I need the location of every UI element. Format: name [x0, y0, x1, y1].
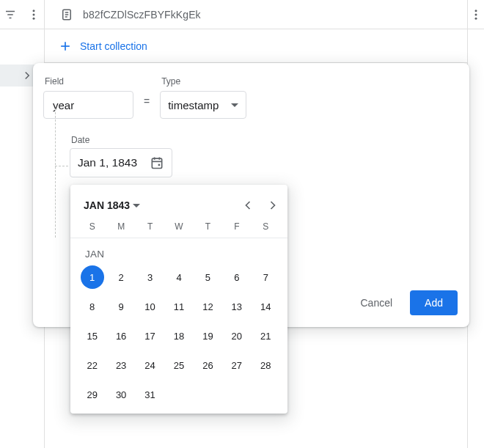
chevron-left-icon	[241, 198, 255, 213]
calendar-day[interactable]: 13	[222, 295, 251, 318]
calendar-day[interactable]: 23	[106, 353, 135, 377]
calendar-day[interactable]: 31	[136, 383, 164, 406]
subheader-row: Start collection	[0, 29, 484, 63]
plus-icon	[58, 39, 73, 54]
calendar-dow: S	[78, 221, 106, 232]
svg-point-12	[475, 17, 477, 19]
calendar-day[interactable]: 1	[81, 265, 104, 289]
calendar-day[interactable]: 6	[222, 265, 251, 289]
calendar-day[interactable]: 5	[194, 265, 222, 289]
calendar-day[interactable]: 20	[222, 324, 251, 348]
svg-point-3	[33, 10, 35, 12]
type-label: Type	[160, 76, 246, 87]
field-name-input[interactable]	[43, 91, 133, 119]
kebab-icon[interactable]	[468, 6, 484, 23]
breadcrumb-toggle[interactable]	[0, 65, 37, 87]
date-label: Date	[70, 135, 89, 145]
calendar-day[interactable]: 24	[136, 353, 164, 377]
calendar-day[interactable]: 15	[78, 324, 106, 348]
calendar-month-select[interactable]: JAN 1843	[84, 199, 140, 211]
kebab-icon[interactable]	[25, 6, 43, 23]
calendar-day[interactable]: 12	[194, 295, 222, 318]
calendar-popup: JAN 1843 SMTWTFS JAN 1234567891011121314…	[70, 185, 287, 414]
calendar-day[interactable]: 30	[106, 383, 135, 406]
next-month-button[interactable]	[264, 197, 282, 214]
cancel-button[interactable]: Cancel	[353, 291, 400, 315]
document-icon	[58, 6, 76, 23]
calendar-day[interactable]: 21	[252, 324, 280, 348]
filter-icon[interactable]	[1, 6, 19, 23]
calendar-day[interactable]: 17	[136, 324, 164, 348]
calendar-day[interactable]: 9	[106, 295, 135, 318]
calendar-day[interactable]: 18	[164, 324, 193, 348]
calendar-day[interactable]: 22	[78, 353, 106, 377]
calendar-days-grid: 1234567891011121314151617181920212223242…	[70, 262, 287, 406]
svg-rect-15	[152, 158, 161, 168]
start-collection-button[interactable]: Start collection	[58, 39, 147, 54]
calendar-dow: T	[194, 221, 222, 232]
calendar-dow: F	[222, 221, 251, 232]
svg-point-11	[475, 13, 477, 15]
dropdown-arrow-icon	[133, 204, 140, 208]
calendar-day[interactable]: 10	[136, 295, 164, 318]
svg-point-10	[475, 10, 477, 12]
calendar-title: JAN 1843	[84, 199, 130, 211]
calendar-day[interactable]: 25	[164, 353, 193, 377]
document-id: b82fCZDlSczFBYFkKgEk	[83, 9, 201, 21]
chevron-right-icon	[21, 69, 34, 82]
calendar-day[interactable]: 26	[194, 353, 222, 377]
calendar-day[interactable]: 19	[194, 324, 222, 348]
type-select-value: timestamp	[168, 99, 219, 111]
left-tools	[0, 6, 44, 23]
date-input[interactable]: Jan 1, 1843	[70, 148, 172, 177]
calendar-dow-row: SMTWTFS	[70, 219, 287, 238]
prev-month-button[interactable]	[239, 197, 257, 214]
svg-point-4	[33, 13, 35, 15]
field-label: Field	[43, 76, 133, 87]
equals-sign: =	[142, 95, 151, 107]
calendar-dow: M	[106, 221, 135, 232]
doc-header: b82fCZDlSczFBYFkKgEk	[44, 0, 468, 29]
dropdown-arrow-icon	[231, 103, 238, 107]
calendar-day[interactable]: 16	[106, 324, 135, 348]
calendar-day[interactable]: 2	[106, 265, 135, 289]
svg-point-5	[33, 17, 35, 19]
calendar-day[interactable]: 27	[222, 353, 251, 377]
calendar-day[interactable]: 14	[252, 295, 280, 318]
chevron-right-icon	[265, 198, 280, 213]
calendar-month-label: JAN	[70, 238, 287, 262]
calendar-day[interactable]: 28	[252, 353, 280, 377]
svg-rect-19	[158, 164, 161, 166]
topbar: b82fCZDlSczFBYFkKgEk	[0, 0, 484, 29]
date-input-value: Jan 1, 1843	[78, 156, 137, 169]
calendar-dow: S	[252, 221, 280, 232]
calendar-day[interactable]: 7	[252, 265, 280, 289]
calendar-dow: T	[136, 221, 164, 232]
calendar-icon[interactable]	[148, 154, 166, 172]
type-select[interactable]: timestamp	[160, 91, 246, 119]
calendar-day[interactable]: 11	[164, 295, 193, 318]
calendar-day[interactable]: 8	[78, 295, 106, 318]
calendar-day[interactable]: 4	[164, 265, 193, 289]
add-button[interactable]: Add	[410, 290, 458, 315]
start-collection-label: Start collection	[80, 40, 147, 52]
calendar-dow: W	[164, 221, 193, 232]
calendar-day[interactable]: 3	[136, 265, 164, 289]
calendar-day[interactable]: 29	[78, 383, 106, 406]
